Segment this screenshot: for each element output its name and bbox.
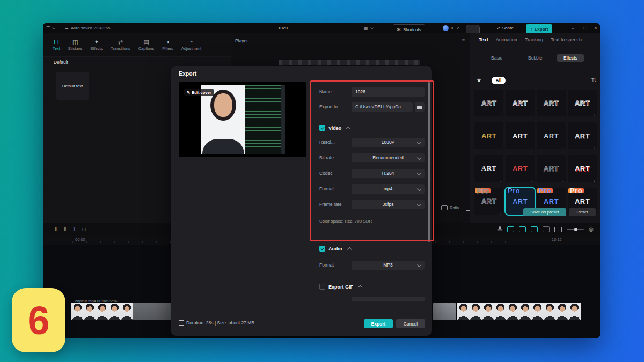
collapse-icon[interactable] (346, 126, 350, 130)
link-toggle-icon[interactable] (519, 226, 526, 232)
tab-effects[interactable]: ✦ Effects (90, 39, 103, 51)
clip-thumbnail[interactable] (457, 303, 470, 320)
maximize-button[interactable]: □ (583, 23, 586, 33)
player-title: Player (235, 38, 248, 43)
share-button[interactable]: ↗ Share (496, 23, 514, 33)
clip-thumbnail[interactable] (71, 303, 84, 320)
split-tool-icon[interactable]: ‖ (55, 226, 57, 232)
display-icon[interactable] (554, 227, 562, 232)
browse-folder-button[interactable] (415, 102, 425, 112)
art-effect-tile[interactable]: ART (568, 122, 597, 149)
preview-axis-toggle-icon[interactable] (531, 226, 538, 232)
clip-thumbnail[interactable] (96, 303, 108, 320)
player-menu-icon[interactable]: ≡ (462, 38, 465, 43)
tab-text-to-speech[interactable]: Text to speech (551, 37, 582, 42)
bitrate-dropdown[interactable]: Recommended (352, 153, 425, 162)
tab-text-right[interactable]: Text (479, 37, 488, 42)
clip-thumbnail[interactable] (544, 303, 556, 320)
tab-stickers[interactable]: ◫ Stickers (68, 39, 83, 51)
user-account[interactable]: u...2 (443, 23, 459, 33)
art-effect-tile[interactable]: ART (537, 155, 566, 182)
art-effect-tile[interactable]: ART (474, 122, 503, 149)
export-path-input[interactable]: C:/Users/DELL/AppDa... (352, 102, 413, 112)
audio-section-header[interactable]: Audio (319, 246, 351, 252)
auto-ripple-toggle-icon[interactable] (543, 226, 550, 232)
clip-thumbnail[interactable] (531, 303, 544, 320)
video-checkbox[interactable] (319, 125, 325, 131)
art-effect-tile[interactable]: ART (537, 122, 566, 149)
tab-tracking[interactable]: Tracking (525, 37, 543, 42)
art-effect-tile[interactable]: ART (537, 90, 566, 116)
tab-captions[interactable]: ▤ Captions (138, 39, 155, 51)
art-effect-tile[interactable]: ART (474, 90, 503, 116)
clip-thumbnail[interactable] (482, 303, 494, 320)
audio-format-dropdown[interactable]: MP3 (352, 261, 425, 270)
clip-thumbnail[interactable] (568, 303, 581, 320)
audio-checkbox[interactable] (319, 246, 325, 252)
default-text-tile[interactable]: Default text (56, 72, 89, 100)
gif-section-header[interactable]: Export GIF (319, 284, 362, 290)
video-section-header[interactable]: Video (319, 125, 350, 131)
tab-filters[interactable]: ◑ Filters (162, 39, 173, 51)
clip-thumbnail[interactable] (556, 303, 568, 320)
dialog-scrollbar[interactable] (428, 82, 430, 242)
name-input[interactable]: 1028 (352, 87, 425, 97)
mic-icon[interactable] (497, 226, 502, 233)
tab-text[interactable]: TT Text (53, 39, 60, 51)
sparkle-icon: ✦ (94, 39, 99, 45)
clip-thumbnail[interactable] (519, 303, 531, 320)
close-button[interactable]: × (594, 23, 597, 33)
art-effect-tile[interactable]: ART (568, 155, 597, 182)
clip-thumbnail[interactable] (470, 303, 482, 320)
ratio-label[interactable]: Ratio (450, 205, 459, 210)
text-style-icon[interactable]: Tt (591, 77, 596, 83)
reset-button[interactable]: Reset (569, 208, 596, 216)
auto-fit-icon[interactable]: ◎ (589, 226, 594, 232)
collapse-icon[interactable] (347, 247, 351, 251)
art-effect-tile[interactable]: ART (506, 90, 535, 116)
clip-thumbnail[interactable] (146, 303, 159, 320)
clip-thumbnail[interactable] (507, 303, 519, 320)
tab-adjustment[interactable]: ◔ Adjustment (181, 39, 202, 51)
art-effect-tile[interactable]: ART (506, 155, 535, 182)
edit-cover-button[interactable]: ✎ Edit cover (184, 89, 214, 96)
subtab-effects[interactable]: Effects (557, 54, 584, 62)
delete-left-tool-icon[interactable]: ‖ (64, 226, 66, 232)
resolution-dropdown[interactable]: 1080P (352, 138, 425, 147)
subtab-bubble[interactable]: Bubble (528, 55, 542, 61)
codec-dropdown[interactable]: H.264 (352, 169, 425, 178)
minimize-button[interactable]: – (572, 23, 574, 33)
filter-all-pill[interactable]: All (492, 77, 506, 84)
gif-checkbox[interactable] (319, 284, 325, 290)
dialog-export-button[interactable]: Export (364, 319, 393, 328)
art-effect-tile[interactable]: ART (568, 90, 597, 116)
art-effect-tile[interactable]: ART (506, 122, 535, 149)
art-effect-tile[interactable]: ART (474, 155, 503, 182)
clip-thumbnail[interactable] (133, 303, 146, 320)
video-track-right[interactable] (433, 303, 581, 320)
save-as-preset-button[interactable]: Save as preset (523, 208, 566, 216)
delete-right-tool-icon[interactable]: ‖ (73, 226, 75, 232)
app-menu-button[interactable]: ☰ (46, 23, 55, 33)
collapse-icon[interactable] (358, 285, 362, 289)
clip-thumbnail[interactable] (433, 303, 456, 320)
tab-animation[interactable]: Animation (496, 37, 517, 42)
favorite-star-icon[interactable]: ★ (477, 77, 481, 83)
layout-toggle-button[interactable]: ▦ (364, 23, 374, 33)
dialog-cancel-button[interactable]: Cancel (396, 319, 425, 328)
clip-thumbnail[interactable] (494, 303, 507, 320)
art-effect-tile-pro[interactable]: ProART (474, 188, 503, 215)
clip-thumbnail[interactable] (159, 303, 172, 320)
clip-thumbnail[interactable] (84, 303, 96, 320)
clip-thumbnail[interactable] (108, 303, 121, 320)
magnet-toggle-icon[interactable] (507, 226, 514, 232)
tab-transitions[interactable]: ⇄ Transitions (111, 39, 130, 51)
format-dropdown[interactable]: mp4 (352, 184, 425, 194)
clipped-dropdown-edge (352, 297, 425, 301)
zoom-slider[interactable] (567, 229, 584, 230)
delete-tool-icon[interactable]: □ (82, 226, 85, 232)
clip-thumbnail[interactable] (121, 303, 133, 320)
subtab-basic[interactable]: Basic (491, 55, 502, 61)
framerate-dropdown[interactable]: 30fps (352, 200, 425, 209)
video-track-left[interactable] (71, 303, 172, 320)
